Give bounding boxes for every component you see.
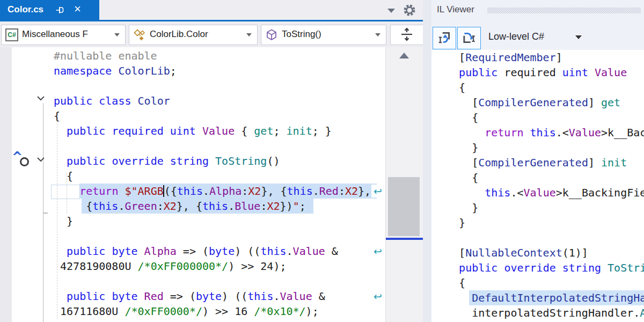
split-editor-button[interactable]	[390, 25, 423, 45]
code-line[interactable]: {	[54, 169, 385, 184]
window-list-chevron-icon[interactable]	[387, 9, 395, 13]
tab-strip: Color.cs ×	[0, 0, 423, 21]
type-dropdown[interactable]: ColorLib.Color	[129, 25, 258, 45]
gear-icon[interactable]	[402, 3, 416, 19]
code-line[interactable]: [NullableContext(1)]	[446, 245, 644, 260]
code-line[interactable]: return $"ARGB({this.Alpha:X2}, {this.Red…	[54, 184, 385, 199]
chevron-down-icon	[375, 33, 380, 36]
panel-splitter[interactable]	[423, 0, 431, 322]
code-line[interactable]: }	[446, 215, 644, 230]
code-line[interactable]: return this.<Value>k__BackingField;	[446, 125, 644, 140]
line-wrap-icon: ↩	[371, 185, 384, 197]
code-line[interactable]: public byte Alpha => (byte) ((this.Value…	[54, 244, 385, 259]
member-dropdown[interactable]: ToString()	[261, 25, 386, 45]
code-line[interactable]: {	[446, 170, 644, 185]
code-line[interactable]	[446, 230, 644, 245]
vertical-scrollbar[interactable]	[385, 47, 423, 322]
il-viewer-header: IL Viewer Low-level C#	[431, 0, 644, 50]
code-line[interactable]: }	[446, 200, 644, 215]
code-line[interactable]: [RequiredMember]	[446, 50, 644, 65]
code-line[interactable]: public byte Red => (byte) ((this.Value &	[54, 289, 385, 304]
il-code-area[interactable]: [RequiredMember] public required uint Va…	[431, 50, 644, 322]
chevron-down-icon	[246, 33, 252, 36]
code-line[interactable]	[54, 78, 385, 93]
il-mode-dropdown[interactable]: Low-level C#	[488, 31, 544, 42]
code-line[interactable]: DefaultInterpolatedStringHandler interpo…	[446, 290, 644, 305]
tab-color-cs[interactable]: Color.cs ×	[0, 0, 99, 21]
code-line[interactable]	[54, 274, 385, 289]
line-wrap-icon: ↩	[371, 245, 384, 258]
tool-window-grip[interactable]	[487, 8, 641, 13]
code-line[interactable]: public override string ToString()	[54, 153, 385, 169]
source-code-area[interactable]: #nullable enablenamespace ColorLib;publi…	[0, 48, 385, 322]
code-line[interactable]: }	[54, 214, 385, 229]
fold-collapse-icon[interactable]	[36, 156, 46, 165]
code-line[interactable]: {	[446, 110, 644, 125]
code-line[interactable]: this.<Value>k__BackingField = value;	[446, 185, 644, 200]
code-line[interactable]: interpolatedStringHandler.AppendLiteral(…	[446, 305, 644, 320]
code-line[interactable]	[54, 138, 385, 153]
il-viewer-title: IL Viewer	[437, 4, 474, 15]
class-icon	[133, 28, 146, 43]
code-line[interactable]: [CompilerGenerated] get	[446, 95, 644, 110]
type-dropdown-label: ColorLib.Color	[150, 29, 208, 40]
code-line[interactable]: {this.Green:X2}, {this.Blue:X2})";	[54, 199, 385, 214]
method-cube-icon	[265, 28, 278, 43]
sync-caret-to-il-button[interactable]	[433, 27, 456, 49]
overrides-member-ring-icon[interactable]	[20, 157, 29, 166]
code-line[interactable]: public required uint Value { get; init; …	[54, 123, 385, 138]
navigation-bar: C# Miscellaneous F ColorLib.Color	[0, 21, 423, 47]
sync-caret-to-il-icon	[437, 30, 452, 45]
csharp-project-icon: C#	[5, 28, 18, 41]
project-dropdown[interactable]: C# Miscellaneous F	[1, 25, 126, 45]
split-icon	[399, 27, 414, 42]
chevron-down-icon[interactable]	[575, 35, 582, 39]
code-line[interactable]: {	[54, 108, 385, 123]
scrollbar-thumb[interactable]	[388, 177, 420, 236]
chevron-down-icon	[114, 33, 120, 36]
code-line[interactable]: 16711680U /*0xFF0000*/) >> 16 /*0x10*/);	[54, 304, 385, 319]
code-line[interactable]: namespace ColorLib;	[54, 63, 385, 78]
code-line[interactable]: 4278190080U /*0xFF000000*/) >> 24);	[54, 259, 385, 274]
code-line[interactable]: [CompilerGenerated] init	[446, 155, 644, 170]
sync-il-to-caret-button[interactable]	[457, 27, 481, 49]
line-wrap-icon: ↩	[371, 290, 384, 303]
code-line[interactable]: }	[446, 140, 644, 155]
code-line[interactable]: public required uint Value	[446, 65, 644, 80]
code-line[interactable]: public override string ToString()	[446, 260, 644, 275]
tab-title: Color.cs	[8, 4, 43, 15]
scrollbar-up-arrow[interactable]	[399, 53, 409, 58]
ide-window: Color.cs × C# Miscellaneous F	[0, 0, 644, 322]
code-line[interactable]: #nullable enable	[54, 48, 385, 63]
code-line[interactable]: public class Color	[54, 93, 385, 108]
fold-collapse-icon[interactable]	[36, 94, 46, 104]
close-icon[interactable]: ×	[74, 2, 81, 16]
sync-il-to-caret-icon	[462, 30, 477, 45]
code-line[interactable]: {	[446, 80, 644, 95]
scrollbar-caret-marker	[386, 238, 423, 240]
project-dropdown-label: Miscellaneous F	[22, 29, 111, 40]
code-line[interactable]	[54, 229, 385, 244]
member-dropdown-label: ToString()	[282, 29, 321, 40]
pin-icon[interactable]	[55, 5, 64, 17]
code-line[interactable]: {	[446, 275, 644, 290]
